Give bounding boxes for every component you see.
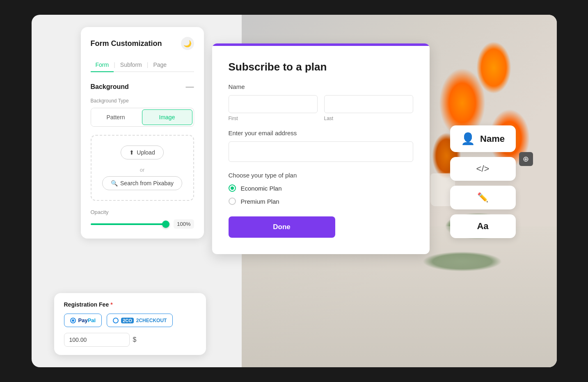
opacity-value: 100% — [174, 219, 194, 229]
plan-options: Economic Plan Premium Plan — [229, 184, 413, 205]
reg-fee-title: Registration Fee* — [64, 301, 196, 308]
opacity-slider[interactable] — [91, 223, 170, 225]
email-field-label: Enter your email address — [229, 130, 413, 136]
right-toolbar: 👤 Name </> ✏️ Aa — [450, 125, 516, 238]
premium-plan-label: Premium Plan — [241, 198, 279, 205]
text-card-label: Aa — [477, 221, 488, 232]
background-type-buttons: Pattern Image — [91, 108, 194, 127]
done-button[interactable]: Done — [229, 216, 335, 238]
last-label: Last — [324, 116, 413, 121]
code-icon: </> — [476, 164, 490, 174]
twocheckout-option[interactable]: 2CO 2CHECKOUT — [107, 314, 173, 327]
email-section: Enter your email address — [229, 130, 413, 162]
twocheckout-badge: 2CO — [121, 318, 134, 323]
opacity-thumb[interactable] — [162, 221, 169, 228]
opacity-row: 100% — [91, 219, 194, 229]
form-body: Subscribe to a plan Name First Last Ente… — [212, 46, 430, 254]
plan-section: Choose your type of plan Economic Plan P… — [229, 172, 413, 205]
text-toolbar-card[interactable]: Aa — [450, 214, 516, 238]
search-icon: 🔍 — [111, 180, 118, 186]
left-panel: Form Customization 🌙 Form | Subform | Pa… — [81, 27, 204, 239]
panel-header: Form Customization 🌙 — [91, 37, 194, 50]
last-name-field: Last — [324, 95, 413, 121]
first-name-field: First — [229, 95, 318, 121]
nav-tabs: Form | Subform | Page — [91, 58, 194, 72]
name-row: First Last — [229, 95, 413, 121]
code-toolbar-card[interactable]: </> — [450, 157, 516, 181]
moon-icon[interactable]: 🌙 — [181, 37, 194, 50]
twocheckout-radio — [113, 318, 119, 323]
search-pixabay-label: Search from Pixabay — [120, 180, 174, 186]
upload-area: ⬆ Upload or 🔍 Search from Pixabay — [91, 135, 194, 201]
economic-plan-option[interactable]: Economic Plan — [229, 184, 413, 192]
amount-row: $ — [64, 333, 196, 347]
upload-icon: ⬆ — [129, 149, 134, 156]
economic-plan-radio — [229, 184, 236, 192]
upload-button[interactable]: ⬆ Upload — [121, 146, 163, 159]
email-input[interactable] — [229, 141, 413, 162]
section-title: Background — [91, 83, 129, 91]
search-pixabay-button[interactable]: 🔍 Search from Pixabay — [102, 176, 182, 190]
move-cursor-icon: ⊕ — [519, 152, 533, 166]
main-container: Form Customization 🌙 Form | Subform | Pa… — [32, 15, 557, 367]
payment-options: PayPal 2CO 2CHECKOUT — [64, 314, 196, 327]
first-name-input[interactable] — [229, 95, 318, 113]
premium-plan-option[interactable]: Premium Plan — [229, 198, 413, 205]
currency-symbol: $ — [133, 336, 137, 343]
tab-subform[interactable]: Subform — [115, 58, 147, 71]
form-preview: Subscribe to a plan Name First Last Ente… — [212, 43, 430, 254]
person-icon: 👤 — [461, 132, 475, 146]
first-label: First — [229, 116, 318, 121]
edit-toolbar-card[interactable]: ✏️ — [450, 186, 516, 209]
registration-fee-card: Registration Fee* PayPal 2CO 2CHECKOUT $ — [54, 293, 206, 355]
last-name-input[interactable] — [324, 95, 413, 113]
tab-form[interactable]: Form — [91, 58, 114, 71]
tab-page[interactable]: Page — [148, 58, 172, 71]
economic-plan-label: Economic Plan — [241, 185, 282, 192]
amount-input[interactable] — [64, 333, 130, 347]
upload-label: Upload — [137, 149, 155, 156]
name-toolbar-card[interactable]: 👤 Name — [450, 125, 516, 152]
paypal-option[interactable]: PayPal — [64, 314, 102, 327]
twocheckout-label: 2CHECKOUT — [136, 318, 167, 323]
opacity-label: Opacity — [91, 209, 194, 215]
name-card-label: Name — [480, 134, 505, 144]
collapse-icon[interactable]: — — [186, 82, 194, 91]
paypal-radio — [70, 318, 76, 323]
image-button[interactable]: Image — [142, 109, 192, 125]
premium-plan-radio — [229, 198, 236, 205]
upload-or-label: or — [101, 167, 183, 173]
name-field-label: Name — [229, 83, 413, 90]
form-main-title: Subscribe to a plan — [229, 61, 413, 73]
panel-title: Form Customization — [91, 39, 162, 48]
edit-icon: ✏️ — [477, 192, 488, 203]
bg-type-label: Background Type — [91, 98, 194, 104]
pattern-button[interactable]: Pattern — [91, 108, 141, 126]
section-header: Background — — [91, 82, 194, 91]
paypal-logo: PayPal — [78, 317, 96, 323]
plan-field-label: Choose your type of plan — [229, 172, 413, 179]
